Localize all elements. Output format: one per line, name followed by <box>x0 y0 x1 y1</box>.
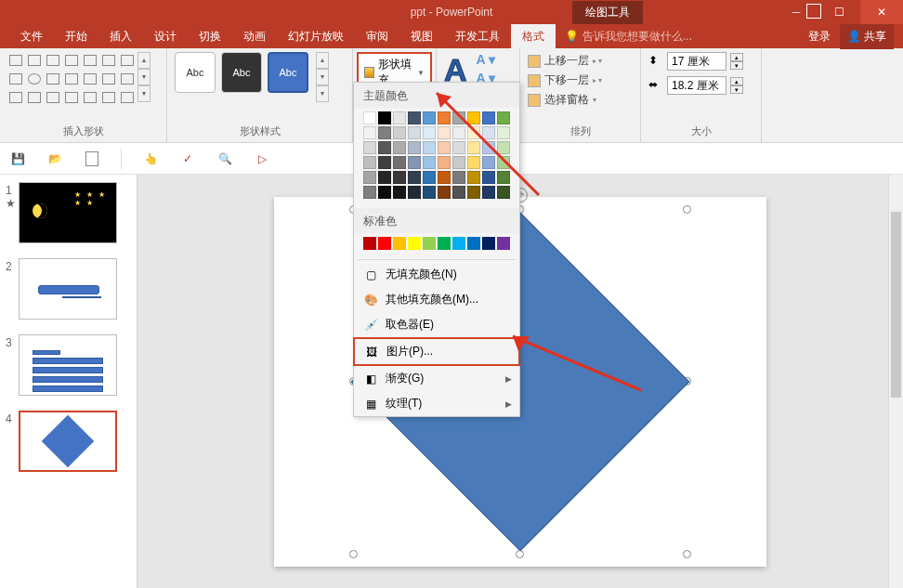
resize-handle[interactable] <box>683 205 691 214</box>
color-swatch[interactable] <box>408 186 421 199</box>
width-spinner[interactable]: ▴▾ <box>730 77 743 94</box>
color-swatch[interactable] <box>438 126 451 139</box>
color-swatch[interactable] <box>482 186 495 199</box>
width-input[interactable] <box>667 76 726 95</box>
tab-file[interactable]: 文件 <box>9 24 54 49</box>
color-swatch[interactable] <box>378 111 391 124</box>
height-spinner[interactable]: ▴▾ <box>730 53 743 70</box>
color-swatch[interactable] <box>408 111 421 124</box>
color-swatch[interactable] <box>363 126 376 139</box>
color-swatch[interactable] <box>482 237 495 250</box>
texture-item[interactable]: ▦纹理(T)▶ <box>354 391 519 416</box>
tab-animations[interactable]: 动画 <box>232 24 277 49</box>
play-button[interactable]: ▷ <box>254 150 270 167</box>
preview-button[interactable]: 🔍 <box>216 150 233 167</box>
color-swatch[interactable] <box>497 171 510 184</box>
style-preset-3[interactable]: Abc <box>268 52 308 93</box>
color-swatch[interactable] <box>497 111 510 124</box>
color-swatch[interactable] <box>452 186 465 199</box>
color-swatch[interactable] <box>467 156 480 169</box>
color-swatch[interactable] <box>393 141 406 154</box>
style-preset-2[interactable]: Abc <box>221 52 262 93</box>
color-swatch[interactable] <box>452 141 465 154</box>
vertical-scrollbar[interactable] <box>888 175 903 588</box>
color-swatch[interactable] <box>393 111 406 124</box>
gradient-item[interactable]: ◧渐变(G)▶ <box>354 366 519 391</box>
color-swatch[interactable] <box>452 156 465 169</box>
color-swatch[interactable] <box>423 141 436 154</box>
color-swatch[interactable] <box>467 186 480 199</box>
style-preset-1[interactable]: Abc <box>175 52 216 93</box>
color-swatch[interactable] <box>423 186 436 199</box>
color-swatch[interactable] <box>423 111 436 124</box>
color-swatch[interactable] <box>467 237 480 250</box>
scrollbar-thumb[interactable] <box>891 212 901 398</box>
color-swatch[interactable] <box>467 171 480 184</box>
color-swatch[interactable] <box>497 141 510 154</box>
color-swatch[interactable] <box>423 156 436 169</box>
tab-developer[interactable]: 开发工具 <box>444 24 511 49</box>
color-swatch[interactable] <box>393 156 406 169</box>
tab-transitions[interactable]: 切换 <box>188 24 232 49</box>
thumbnail-4[interactable]: 4 <box>6 411 131 472</box>
color-swatch[interactable] <box>378 156 391 169</box>
color-swatch[interactable] <box>452 126 465 139</box>
color-swatch[interactable] <box>393 186 406 199</box>
close-button[interactable]: ✕ <box>860 0 903 24</box>
color-swatch[interactable] <box>363 171 376 184</box>
color-swatch[interactable] <box>378 141 391 154</box>
color-swatch[interactable] <box>363 237 376 250</box>
color-swatch[interactable] <box>482 156 495 169</box>
share-button[interactable]: 👤 共享 <box>840 24 894 49</box>
color-swatch[interactable] <box>482 111 495 124</box>
color-swatch[interactable] <box>423 171 436 184</box>
color-swatch[interactable] <box>363 141 376 154</box>
color-swatch[interactable] <box>378 186 391 199</box>
gallery-scroll[interactable]: ▴▾▾ <box>137 52 150 106</box>
color-swatch[interactable] <box>497 156 510 169</box>
tab-insert[interactable]: 插入 <box>98 24 143 49</box>
color-swatch[interactable] <box>438 141 451 154</box>
minimize-button[interactable]: ─ <box>775 0 818 24</box>
color-swatch[interactable] <box>393 126 406 139</box>
resize-handle[interactable] <box>349 550 358 558</box>
height-input[interactable] <box>667 52 726 71</box>
tab-review[interactable]: 审阅 <box>355 24 399 49</box>
color-swatch[interactable] <box>438 237 451 250</box>
more-colors-item[interactable]: 🎨其他填充颜色(M)... <box>354 287 519 312</box>
color-swatch[interactable] <box>363 111 376 124</box>
color-swatch[interactable] <box>438 186 451 199</box>
shapes-gallery[interactable] <box>7 52 136 106</box>
no-fill-item[interactable]: ▢无填充颜色(N) <box>354 262 519 287</box>
color-swatch[interactable] <box>438 171 451 184</box>
color-swatch[interactable] <box>363 186 376 199</box>
color-swatch[interactable] <box>408 237 421 250</box>
eyedropper-item[interactable]: 💉取色器(E) <box>354 312 519 337</box>
color-swatch[interactable] <box>497 186 510 199</box>
resize-handle[interactable] <box>683 550 691 558</box>
send-backward-button[interactable]: 下移一层 ▸ ▾ <box>528 72 633 89</box>
color-swatch[interactable] <box>363 156 376 169</box>
styles-scroll[interactable]: ▴▾▾ <box>316 52 329 102</box>
tab-view[interactable]: 视图 <box>399 24 444 49</box>
tab-format[interactable]: 格式 <box>511 24 556 49</box>
tab-design[interactable]: 设计 <box>143 24 188 49</box>
thumbnail-3[interactable]: 3 <box>6 334 131 396</box>
color-swatch[interactable] <box>452 111 465 124</box>
color-swatch[interactable] <box>482 126 495 139</box>
tell-me[interactable]: 💡 告诉我您想要做什么... <box>565 29 692 45</box>
color-swatch[interactable] <box>497 126 510 139</box>
new-button[interactable] <box>84 150 100 167</box>
thumbnail-1[interactable]: 1★ ★ ★ ★★ ★ <box>6 182 131 243</box>
color-swatch[interactable] <box>393 237 406 250</box>
tab-slideshow[interactable]: 幻灯片放映 <box>277 24 355 49</box>
tab-home[interactable]: 开始 <box>54 24 98 49</box>
color-swatch[interactable] <box>378 126 391 139</box>
login-link[interactable]: 登录 <box>808 29 831 45</box>
color-swatch[interactable] <box>423 237 436 250</box>
save-button[interactable]: 💾 <box>9 150 26 167</box>
color-swatch[interactable] <box>438 156 451 169</box>
color-swatch[interactable] <box>408 141 421 154</box>
color-swatch[interactable] <box>467 126 480 139</box>
spellcheck-button[interactable]: ✓ <box>179 150 196 167</box>
